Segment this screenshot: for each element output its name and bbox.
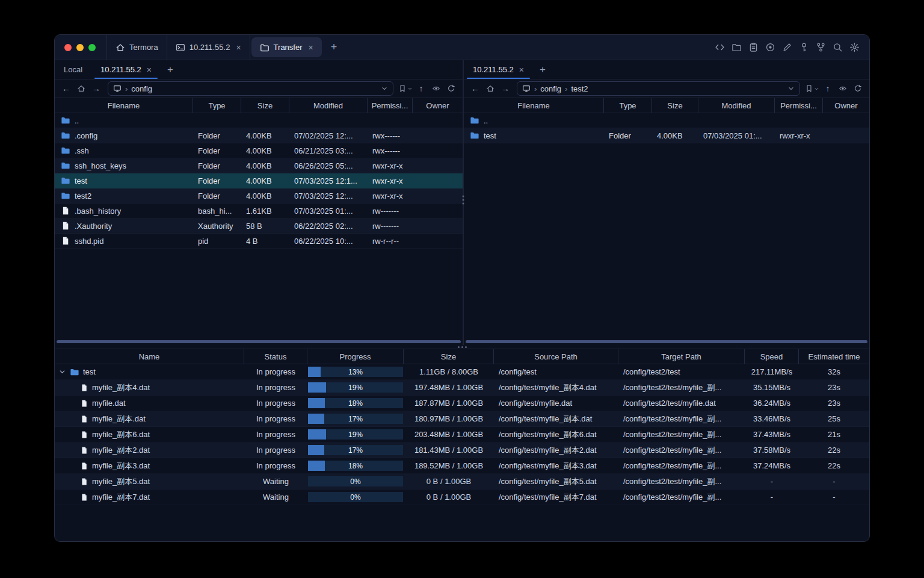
- refresh-button[interactable]: [445, 82, 458, 95]
- home-button[interactable]: [75, 82, 88, 95]
- forward-button[interactable]: →: [499, 82, 512, 95]
- tab-remote-10-211-55-2[interactable]: 10.211.55.2 ×: [464, 60, 533, 79]
- column-progress[interactable]: Progress: [307, 349, 404, 364]
- close-window-button[interactable]: [64, 44, 72, 51]
- close-tab-icon[interactable]: ×: [519, 66, 524, 74]
- horizontal-scrollbar[interactable]: [57, 340, 461, 343]
- column-name[interactable]: Name: [55, 349, 244, 364]
- new-tab-button[interactable]: +: [323, 35, 345, 60]
- clipboard-icon[interactable]: [748, 42, 759, 52]
- transfer-row[interactable]: myfile_副本3.dat In progress 18% 189.52MB …: [55, 458, 869, 474]
- crumb-segment[interactable]: config: [540, 84, 561, 93]
- folder-icon: [61, 146, 70, 155]
- file-row[interactable]: test Folder 4.00KB 07/03/2025 01:... rwx…: [464, 128, 869, 143]
- left-file-panel: Local 10.211.55.2 × + ← → › config: [55, 60, 463, 345]
- column-owner[interactable]: Owner: [823, 98, 869, 113]
- branch-icon[interactable]: [816, 42, 826, 52]
- crumb-separator: ›: [565, 84, 567, 93]
- transfer-status: In progress: [244, 399, 307, 408]
- left-path-bar[interactable]: › config: [108, 81, 393, 96]
- minimize-window-button[interactable]: [76, 44, 84, 51]
- column-target-path[interactable]: Target Path: [618, 349, 745, 364]
- file-row[interactable]: .bash_history bash_hi... 1.61KB 07/03/20…: [55, 204, 463, 219]
- close-tab-icon[interactable]: ×: [147, 66, 152, 74]
- column-owner[interactable]: Owner: [413, 98, 463, 113]
- file-row[interactable]: ssh_host_keys Folder 4.00KB 06/26/2025 0…: [55, 158, 463, 173]
- file-row-selected[interactable]: test Folder 4.00KB 07/03/2025 12:1... rw…: [55, 173, 463, 188]
- crumb-segment[interactable]: test2: [571, 84, 588, 93]
- column-filename[interactable]: Filename: [55, 98, 193, 113]
- key-icon[interactable]: [799, 42, 809, 52]
- transfer-row[interactable]: myfile.dat In progress 18% 187.87MB / 1.…: [55, 396, 869, 411]
- record-icon[interactable]: [765, 42, 775, 52]
- code-icon[interactable]: [715, 42, 725, 52]
- transfer-row[interactable]: myfile_副本2.dat In progress 17% 181.43MB …: [55, 443, 869, 458]
- settings-icon[interactable]: [849, 42, 860, 52]
- zoom-window-button[interactable]: [88, 44, 96, 51]
- tab-local[interactable]: Local: [55, 60, 91, 79]
- horizontal-scrollbar[interactable]: [466, 340, 867, 343]
- tab-remote-10-211-55-2[interactable]: 10.211.55.2 ×: [91, 60, 161, 79]
- right-path-bar[interactable]: › config › test2: [517, 81, 800, 96]
- column-status[interactable]: Status: [244, 349, 307, 364]
- transfer-row[interactable]: myfile_副本6.dat In progress 19% 203.48MB …: [55, 427, 869, 443]
- bookmark-button[interactable]: [805, 82, 819, 95]
- column-speed[interactable]: Speed: [745, 349, 799, 364]
- file-row[interactable]: test2 Folder 4.00KB 07/03/2025 12:... rw…: [55, 188, 463, 204]
- column-modified[interactable]: Modified: [289, 98, 368, 113]
- forward-button[interactable]: →: [90, 82, 103, 95]
- close-tab-icon[interactable]: ×: [236, 43, 241, 52]
- back-button[interactable]: ←: [60, 82, 73, 95]
- show-hidden-button[interactable]: [430, 82, 443, 95]
- column-modified[interactable]: Modified: [698, 98, 775, 113]
- search-icon[interactable]: [833, 42, 843, 52]
- column-size[interactable]: Size: [241, 98, 289, 113]
- upload-button[interactable]: ↑: [821, 82, 834, 95]
- column-type[interactable]: Type: [604, 98, 652, 113]
- transfer-row[interactable]: myfile_副本7.dat Waiting 0% 0 B / 1.00GB /…: [55, 489, 869, 505]
- file-row[interactable]: .Xauthority Xauthority 58 B 06/22/2025 0…: [55, 219, 463, 234]
- column-estimated-time[interactable]: Estimated time: [799, 349, 869, 364]
- transfer-progress: 19%: [307, 380, 404, 395]
- column-type[interactable]: Type: [193, 98, 241, 113]
- tab-termora[interactable]: Termora: [106, 35, 167, 60]
- folder-icon: [61, 116, 70, 125]
- file-row[interactable]: .ssh Folder 4.00KB 06/21/2025 03:... rwx…: [55, 143, 463, 158]
- file-icon: [80, 399, 88, 408]
- transfer-row[interactable]: test In progress 13% 1.11GB / 8.00GB /co…: [55, 364, 869, 380]
- column-source-path[interactable]: Source Path: [494, 349, 618, 364]
- path-dropdown-icon[interactable]: [381, 85, 388, 92]
- transfer-row[interactable]: myfile_副本4.dat In progress 19% 197.48MB …: [55, 380, 869, 396]
- column-permissions[interactable]: Permissi...: [775, 98, 823, 113]
- edit-icon[interactable]: [782, 42, 792, 52]
- show-hidden-button[interactable]: [836, 82, 849, 95]
- bookmark-button[interactable]: [398, 82, 413, 95]
- collapse-chevron-icon[interactable]: [58, 368, 66, 376]
- column-size[interactable]: Size: [652, 98, 698, 113]
- transfer-row[interactable]: myfile_副本.dat In progress 17% 180.97MB /…: [55, 411, 869, 427]
- file-row[interactable]: ..: [464, 113, 869, 128]
- add-panel-tab-button[interactable]: +: [533, 60, 552, 79]
- column-size[interactable]: Size: [404, 349, 494, 364]
- crumb-segment[interactable]: config: [131, 84, 152, 93]
- add-panel-tab-button[interactable]: +: [161, 60, 180, 79]
- file-row[interactable]: ..: [55, 113, 463, 128]
- upload-button[interactable]: ↑: [414, 82, 428, 95]
- home-button[interactable]: [484, 82, 497, 95]
- refresh-button[interactable]: [851, 82, 864, 95]
- folder-icon: [470, 116, 479, 125]
- column-filename[interactable]: Filename: [464, 98, 604, 113]
- tab-transfer[interactable]: Transfer ×: [251, 37, 322, 57]
- transfer-row[interactable]: myfile_副本5.dat Waiting 0% 0 B / 1.00GB /…: [55, 474, 869, 489]
- file-row[interactable]: sshd.pid pid 4 B 06/22/2025 10:... rw-r-…: [55, 234, 463, 249]
- column-permissions[interactable]: Permissi...: [368, 98, 413, 113]
- file-permissions: rwxr-xr-x: [368, 161, 413, 170]
- folder-icon[interactable]: [732, 42, 742, 52]
- file-row[interactable]: .config Folder 4.00KB 07/02/2025 12:... …: [55, 128, 463, 143]
- back-button[interactable]: ←: [469, 82, 482, 95]
- file-size: 1.61KB: [241, 207, 289, 216]
- close-tab-icon[interactable]: ×: [309, 43, 313, 52]
- tab-host-10-211-55-2[interactable]: 10.211.55.2 ×: [167, 35, 250, 60]
- right-panel-tab-bar: 10.211.55.2 × +: [464, 60, 869, 79]
- path-dropdown-icon[interactable]: [787, 85, 795, 92]
